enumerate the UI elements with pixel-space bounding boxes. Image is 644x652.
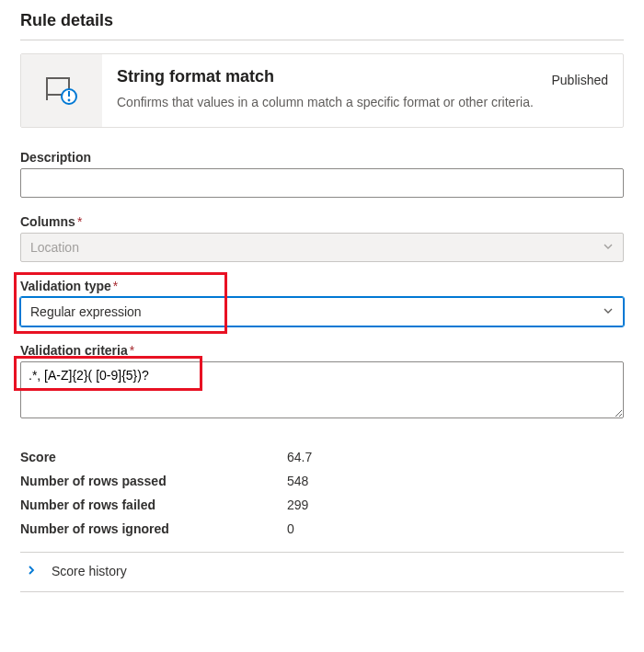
- chevron-down-icon: [603, 240, 614, 255]
- rule-details-panel: Rule details String format match Confirm…: [0, 0, 644, 611]
- validation-type-select[interactable]: Regular expression: [20, 297, 624, 326]
- format-match-icon: [43, 71, 80, 110]
- chevron-right-icon: [26, 564, 37, 578]
- summary-description: Confirms that values in a column match a…: [117, 94, 537, 112]
- failed-label: Number of rows failed: [20, 493, 287, 517]
- failed-row: Number of rows failed 299: [20, 493, 624, 517]
- required-asterisk: *: [113, 279, 118, 293]
- description-label: Description: [20, 150, 624, 165]
- validation-criteria-input[interactable]: [20, 361, 624, 418]
- divider: [20, 591, 624, 592]
- description-input[interactable]: [20, 168, 624, 198]
- validation-type-field: Validation type* Regular expression: [20, 279, 624, 326]
- columns-select-value: Location: [30, 240, 79, 255]
- ignored-label: Number of rows ignored: [20, 517, 287, 541]
- divider: [20, 40, 624, 40]
- summary-body: String format match Confirms that values…: [102, 54, 623, 127]
- summary-title: String format match: [117, 67, 537, 86]
- chevron-down-icon: [603, 304, 614, 319]
- score-history-expander[interactable]: Score history: [20, 553, 624, 582]
- stats-block: Score 64.7 Number of rows passed 548 Num…: [20, 445, 624, 541]
- ignored-value: 0: [287, 517, 294, 541]
- summary-card: String format match Confirms that values…: [20, 53, 624, 128]
- summary-text: String format match Confirms that values…: [117, 67, 537, 112]
- score-row: Score 64.7: [20, 445, 624, 469]
- passed-value: 548: [287, 469, 308, 493]
- validation-criteria-label: Validation criteria*: [20, 343, 624, 358]
- rule-type-icon-cell: [21, 54, 102, 127]
- score-history-label: Score history: [52, 564, 127, 578]
- failed-value: 299: [287, 493, 308, 517]
- columns-label: Columns*: [20, 214, 624, 229]
- description-field: Description: [20, 150, 624, 198]
- status-text: Published: [552, 67, 609, 87]
- columns-field: Columns* Location: [20, 214, 624, 262]
- validation-type-value: Regular expression: [30, 304, 142, 319]
- passed-label: Number of rows passed: [20, 469, 287, 493]
- validation-criteria-field: Validation criteria*: [20, 343, 624, 421]
- score-label: Score: [20, 445, 287, 469]
- columns-select[interactable]: Location: [20, 233, 624, 262]
- ignored-row: Number of rows ignored 0: [20, 517, 624, 541]
- required-asterisk: *: [130, 343, 134, 358]
- validation-type-label: Validation type*: [20, 279, 624, 293]
- page-title: Rule details: [20, 11, 624, 30]
- required-asterisk: *: [77, 214, 82, 229]
- svg-point-4: [68, 98, 71, 101]
- score-value: 64.7: [287, 445, 312, 469]
- passed-row: Number of rows passed 548: [20, 469, 624, 493]
